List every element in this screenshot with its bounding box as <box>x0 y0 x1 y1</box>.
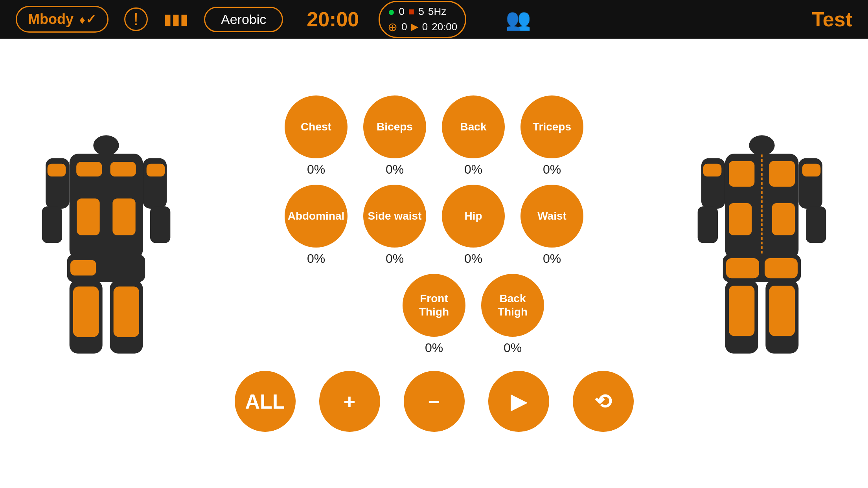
stat-play-val: 0 <box>422 21 428 33</box>
svg-rect-24 <box>806 206 826 243</box>
play-orange-icon: ▶ <box>411 21 418 32</box>
side-waist-pct: 0% <box>386 251 404 266</box>
red-square-icon: ■ <box>408 6 415 18</box>
svg-rect-14 <box>112 198 135 235</box>
front-suit <box>24 126 189 401</box>
plus-button[interactable]: + <box>319 371 380 432</box>
waist-pct: 0% <box>543 251 561 266</box>
header: Mbody ⬧✓ ! ▮▮▮ Aerobic 20:00 ● 0 ■ 5 5Hz… <box>0 0 868 39</box>
triceps-button[interactable]: Triceps <box>520 95 583 158</box>
svg-point-18 <box>749 135 774 155</box>
muscle-side-waist: Side waist 0% <box>363 185 426 266</box>
side-waist-button[interactable]: Side waist <box>363 185 426 248</box>
bottom-controls: ALL + − ▶ ⟲ <box>235 371 634 432</box>
muscle-abdominal: Abdominal 0% <box>285 185 348 266</box>
stat-red-val: 5 <box>419 6 424 18</box>
svg-rect-10 <box>110 162 136 176</box>
muscle-front-thigh: Front Thigh 0% <box>403 274 465 355</box>
timer-display: 20:00 <box>307 7 359 31</box>
svg-rect-9 <box>76 162 102 176</box>
users-icon[interactable]: 👥 <box>506 7 531 31</box>
muscle-triceps: Triceps 0% <box>520 95 583 177</box>
alert-icon[interactable]: ! <box>124 7 148 31</box>
center-panel: Chest 0% Biceps 0% Back 0% Triceps <box>189 95 679 432</box>
svg-rect-28 <box>729 161 754 187</box>
brand-label: Mbody <box>28 11 74 28</box>
session-label: Test <box>812 7 852 31</box>
muscle-back-thigh: Back Thigh 0% <box>481 274 544 355</box>
svg-rect-11 <box>48 164 66 177</box>
stat-green-val: 0 <box>399 6 404 18</box>
stat-time: 20:00 <box>432 21 457 33</box>
chest-button[interactable]: Chest <box>285 95 348 158</box>
svg-rect-34 <box>726 258 759 278</box>
back-thigh-pct: 0% <box>504 341 522 355</box>
stat-plus-val: 0 <box>401 21 407 33</box>
biceps-button[interactable]: Biceps <box>363 95 426 158</box>
svg-rect-31 <box>802 164 821 177</box>
plus-dot-icon: ⊕ <box>388 20 397 34</box>
muscle-chest: Chest 0% <box>285 95 348 177</box>
battery-icon: ▮▮▮ <box>164 11 188 28</box>
stats-box: ● 0 ■ 5 5Hz ⊕ 0 ▶ 0 20:00 <box>379 1 466 38</box>
all-button[interactable]: ALL <box>235 371 296 432</box>
stat-row-1: ● 0 ■ 5 5Hz <box>388 5 457 18</box>
svg-rect-30 <box>703 164 722 177</box>
svg-rect-17 <box>114 286 139 337</box>
muscle-hip: Hip 0% <box>442 185 505 266</box>
svg-rect-15 <box>70 260 96 276</box>
svg-rect-37 <box>769 286 795 336</box>
svg-rect-36 <box>729 286 754 336</box>
biceps-pct: 0% <box>386 162 404 177</box>
main-content: Chest 0% Biceps 0% Back 0% Triceps <box>0 39 868 488</box>
green-dot-icon: ● <box>388 5 395 18</box>
reset-button[interactable]: ⟲ <box>573 371 634 432</box>
minus-button[interactable]: − <box>404 371 465 432</box>
muscle-waist: Waist 0% <box>520 185 583 266</box>
front-thigh-button[interactable]: Front Thigh <box>403 274 465 337</box>
chest-pct: 0% <box>307 162 325 177</box>
hip-button[interactable]: Hip <box>442 185 505 248</box>
back-thigh-button[interactable]: Back Thigh <box>481 274 544 337</box>
muscle-biceps: Biceps 0% <box>363 95 426 177</box>
svg-rect-32 <box>729 203 752 235</box>
stat-freq: 5Hz <box>428 6 446 18</box>
muscle-row-2: Abdominal 0% Side waist 0% Hip 0% Waist <box>285 185 583 266</box>
svg-rect-35 <box>765 258 798 278</box>
bluetooth-icon: ⬧✓ <box>78 12 96 27</box>
muscle-row-1: Chest 0% Biceps 0% Back 0% Triceps <box>285 95 583 177</box>
abdominal-pct: 0% <box>307 251 325 266</box>
front-thigh-pct: 0% <box>425 341 443 355</box>
back-button[interactable]: Back <box>442 95 505 158</box>
play-button[interactable]: ▶ <box>488 371 549 432</box>
mbody-button[interactable]: Mbody ⬧✓ <box>16 6 108 33</box>
svg-rect-29 <box>769 161 795 187</box>
triceps-pct: 0% <box>543 162 561 177</box>
svg-rect-4 <box>42 206 62 243</box>
back-pct: 0% <box>464 162 482 177</box>
svg-point-0 <box>93 135 119 155</box>
svg-rect-12 <box>147 164 165 177</box>
stat-row-2: ⊕ 0 ▶ 0 20:00 <box>388 20 457 34</box>
muscle-row-3: Front Thigh 0% Back Thigh 0% <box>403 274 544 355</box>
svg-rect-33 <box>772 203 795 235</box>
front-suit-svg <box>24 126 189 401</box>
back-suit <box>679 126 844 401</box>
play-icon: ▶ <box>511 390 526 413</box>
abdominal-button[interactable]: Abdominal <box>285 185 348 248</box>
svg-rect-23 <box>698 206 718 243</box>
reset-icon: ⟲ <box>594 390 612 413</box>
svg-rect-5 <box>150 206 170 243</box>
hip-pct: 0% <box>464 251 482 266</box>
muscle-back: Back 0% <box>442 95 505 177</box>
mode-button[interactable]: Aerobic <box>204 7 283 32</box>
waist-button[interactable]: Waist <box>520 185 583 248</box>
back-suit-svg <box>679 126 844 401</box>
svg-rect-16 <box>73 286 99 337</box>
svg-rect-13 <box>77 198 99 235</box>
